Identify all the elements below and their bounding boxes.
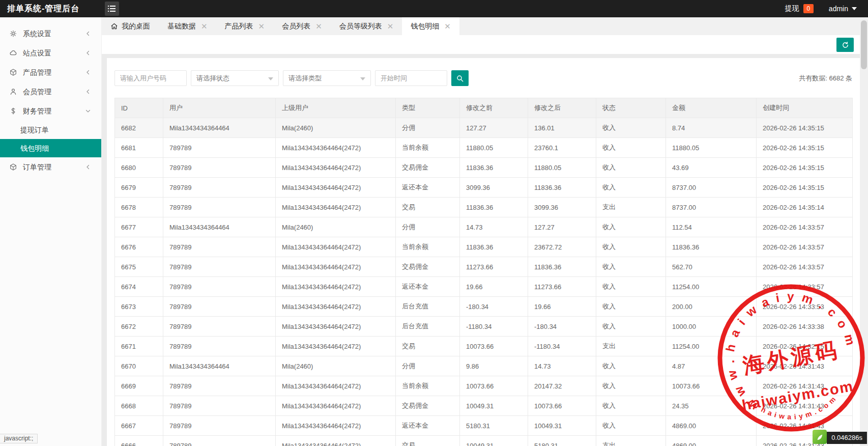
table-cell: 收入 <box>596 237 666 257</box>
close-icon[interactable]: ✕ <box>444 22 451 30</box>
table-cell: 6679 <box>115 178 163 198</box>
tab-label: 产品列表 <box>225 22 253 31</box>
table-cell: 789789 <box>163 237 276 257</box>
table-cell: -1180.34 <box>460 317 528 337</box>
type-select[interactable]: 请选择类型 <box>283 70 371 86</box>
table-cell: 支出 <box>596 198 666 217</box>
tab-label: 我的桌面 <box>122 22 150 31</box>
table-cell: 11273.66 <box>528 277 596 297</box>
sidebar-item[interactable]: 订单管理 <box>0 157 101 177</box>
table-cell: 2026-02-26 14:31:43 <box>757 396 853 416</box>
table-cell: 20147.32 <box>528 376 596 396</box>
table-cell: 789789 <box>163 317 276 337</box>
status-select[interactable]: 请选择状态 <box>191 70 279 86</box>
search-button[interactable] <box>451 70 469 86</box>
table-cell: 2026-02-26 14:33:57 <box>757 277 853 297</box>
table-cell: 2026-02-26 14:33:38 <box>757 317 853 337</box>
gear-icon <box>9 30 17 38</box>
table-cell: 11273.66 <box>460 257 528 277</box>
table-cell: Mila1343434364464(2472) <box>276 178 396 198</box>
tab-我的桌面[interactable]: 我的桌面 <box>102 17 159 35</box>
table-row: 6675789789Mila1343434364464(2472)交易佣金112… <box>115 257 853 277</box>
close-icon[interactable]: ✕ <box>387 22 394 30</box>
sidebar-item[interactable]: 站点设置 <box>0 43 101 63</box>
table-cell: 789789 <box>163 337 276 356</box>
table-cell: 收入 <box>596 118 666 138</box>
table-cell: 23760.1 <box>528 138 596 158</box>
table-cell: Mila1343434364464(2472) <box>276 237 396 257</box>
table-cell: 789789 <box>163 158 276 178</box>
table-cell: 19.66 <box>460 277 528 297</box>
sidebar-item[interactable]: 财务管理 <box>0 101 101 121</box>
table-cell: 收入 <box>596 396 666 416</box>
table-cell: 789789 <box>163 416 276 436</box>
tab-bar: 我的桌面基础数据✕产品列表✕会员列表✕会员等级列表✕钱包明细✕ <box>102 17 868 35</box>
table-cell: 10049.31 <box>528 416 596 436</box>
table-cell: 2026-02-26 14:35:15 <box>757 118 853 138</box>
tab-基础数据[interactable]: 基础数据✕ <box>159 17 216 35</box>
table-cell: 2026-02-26 14:31:43 <box>757 356 853 376</box>
table-row: 6668789789Mila1343434364464(2472)交易佣金100… <box>115 396 853 416</box>
table-cell: 交易 <box>396 337 460 356</box>
content-panel: 请选择状态 请选择类型 共有数据: 6682 条 ID用户上级用户类型修改之前修… <box>107 58 860 446</box>
table-cell: 2026-02-26 14:32:15 <box>757 337 853 356</box>
page-load-time: 0.046286s <box>827 432 867 444</box>
scrollbar-thumb[interactable] <box>861 20 867 69</box>
page-scrollbar[interactable] <box>860 17 868 446</box>
table-cell: 交易佣金 <box>396 396 460 416</box>
close-icon[interactable]: ✕ <box>258 22 265 30</box>
sidebar-subitem[interactable]: 提现订单 <box>0 121 101 139</box>
chevron-left-icon <box>85 69 91 75</box>
tab-会员等级列表[interactable]: 会员等级列表✕ <box>331 17 402 35</box>
column-header: 状态 <box>596 98 666 118</box>
table-cell: 6678 <box>115 198 163 217</box>
user-number-input[interactable] <box>114 70 187 86</box>
column-header: ID <box>115 98 163 118</box>
refresh-button[interactable] <box>836 38 854 52</box>
tab-产品列表[interactable]: 产品列表✕ <box>216 17 274 35</box>
table-row: 6671789789Mila1343434364464(2472)交易10073… <box>115 337 853 356</box>
table-cell: 789789 <box>163 277 276 297</box>
table-cell: 5180.31 <box>460 416 528 436</box>
sidebar-item[interactable]: 会员管理 <box>0 82 101 101</box>
table-cell: Mila1343434364464(2472) <box>276 257 396 277</box>
sidebar-item[interactable]: 产品管理 <box>0 63 101 82</box>
table-cell: Mila1343434364464(2472) <box>276 376 396 396</box>
sidebar-item[interactable]: 系统设置 <box>0 24 101 43</box>
withdraw-count-badge[interactable]: 0 <box>803 4 814 13</box>
chevron-left-icon <box>85 50 91 56</box>
table-cell: 2026-02-26 14:35:15 <box>757 138 853 158</box>
table-cell: 交易佣金 <box>396 158 460 178</box>
table-row: 6672789789Mila1343434364464(2472)后台充值-11… <box>115 317 853 337</box>
table-cell: 交易 <box>396 198 460 217</box>
table-cell: 收入 <box>596 138 666 158</box>
table-cell: 11880.05 <box>666 138 757 158</box>
start-time-input[interactable] <box>375 70 447 86</box>
close-icon[interactable]: ✕ <box>201 22 208 30</box>
table-row: 6667789789Mila1343434364464(2472)返还本金518… <box>115 416 853 436</box>
table-cell: 789789 <box>163 396 276 416</box>
table-cell: 返还本金 <box>396 178 460 198</box>
sidebar-subitem[interactable]: 钱包明细 <box>0 139 101 157</box>
menu-toggle-icon[interactable] <box>105 2 119 16</box>
table-cell: Mila1343434364464(2472) <box>276 277 396 297</box>
sidebar-item-label: 产品管理 <box>23 63 51 82</box>
user-menu[interactable]: admin <box>829 5 857 13</box>
table-row: 6674789789Mila1343434364464(2472)返还本金19.… <box>115 277 853 297</box>
chevron-left-icon <box>85 89 91 95</box>
close-icon[interactable]: ✕ <box>315 22 322 30</box>
table-cell: Mila1343434364464(2472) <box>276 297 396 317</box>
table-cell: 4.87 <box>666 356 757 376</box>
table-cell: -1180.34 <box>528 337 596 356</box>
debug-toolbar[interactable]: 0.046286s <box>813 430 867 444</box>
table-cell: 收入 <box>596 356 666 376</box>
user-icon <box>9 88 17 96</box>
table-cell: Mila(2460) <box>276 356 396 376</box>
table-cell: 6680 <box>115 158 163 178</box>
tab-钱包明细[interactable]: 钱包明细✕ <box>402 17 459 35</box>
tab-会员列表[interactable]: 会员列表✕ <box>273 17 331 35</box>
table-row: 6680789789Mila1343434364464(2472)交易佣金118… <box>115 158 853 178</box>
table-cell: Mila(2460) <box>276 217 396 237</box>
withdraw-link[interactable]: 提现 <box>785 4 799 13</box>
sidebar-item-label: 财务管理 <box>23 101 51 121</box>
